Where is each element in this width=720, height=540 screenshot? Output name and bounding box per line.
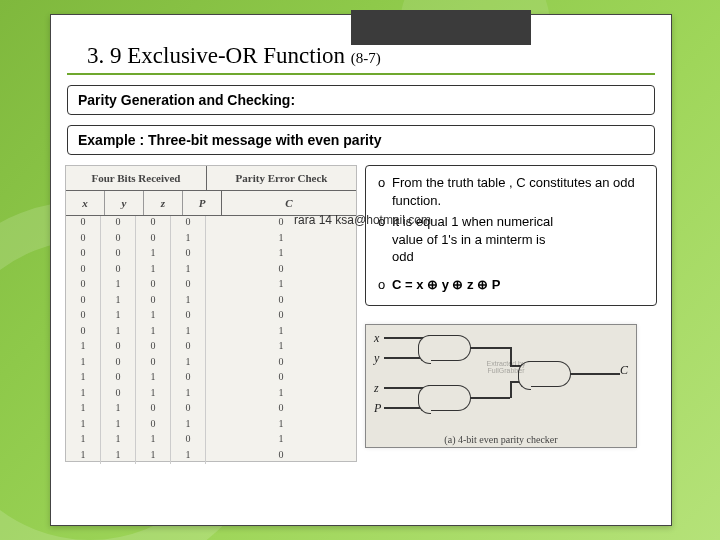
circuit-diagram: x y z P C Extracted by FullGr (365, 324, 637, 448)
email-overlay: rara 14 ksa@hotmail.com (294, 212, 431, 228)
title-sub: (8-7) (351, 50, 381, 66)
subtitle-2-text: Example : Three-bit message with even pa… (78, 132, 381, 148)
slide-card: 3. 9 Exclusive-OR Function (8-7) Parity … (50, 14, 672, 526)
circuit-label-z: z (374, 381, 379, 396)
table-row: 01010 (66, 294, 356, 310)
title-main: 3. 9 Exclusive-OR Function (87, 43, 345, 68)
table-row: 10010 (66, 356, 356, 372)
col-z: z (144, 191, 183, 215)
circuit-label-p: P (374, 401, 381, 416)
table-head-right: Parity Error Check (207, 166, 356, 190)
subtitle-box-2: Example : Three-bit message with even pa… (67, 125, 655, 155)
table-row: 11110 (66, 449, 356, 465)
xor-gate-3-icon (528, 361, 571, 387)
xor-gate-1-icon (428, 335, 471, 361)
bullet-3: C = x ⊕ y ⊕ z ⊕ P (392, 276, 650, 294)
subtitle-box-1: Parity Generation and Checking: (67, 85, 655, 115)
xor-gate-2-icon (428, 385, 471, 411)
table-row: 11101 (66, 433, 356, 449)
table-row: 11011 (66, 418, 356, 434)
subtitle-1-text: Parity Generation and Checking: (78, 92, 295, 108)
table-row: 10001 (66, 340, 356, 356)
circuit-label-y: y (374, 351, 379, 366)
col-x: x (66, 191, 105, 215)
table-row: 00011 (66, 232, 356, 248)
branding-watermark: Extracted by FullGrabber (481, 360, 531, 374)
circuit-label-x: x (374, 331, 379, 346)
table-body: 0000000011001010011001001010100110001111… (66, 216, 356, 464)
table-row: 11000 (66, 402, 356, 418)
col-y: y (105, 191, 144, 215)
table-row: 00110 (66, 263, 356, 279)
col-p: P (183, 191, 222, 215)
circuit-caption: (a) 4-bit even parity checker (366, 434, 636, 445)
table-row: 10100 (66, 371, 356, 387)
info-box: From the truth table , C constitutes an … (365, 165, 657, 306)
table-row: 00101 (66, 247, 356, 263)
circuit-label-c: C (620, 363, 628, 378)
bullet-1: From the truth table , C constitutes an … (392, 174, 650, 209)
truth-table: Four Bits Received Parity Error Check x … (65, 165, 357, 462)
decorative-header-bar (351, 10, 531, 45)
table-row: 01111 (66, 325, 356, 341)
table-head-left: Four Bits Received (66, 166, 207, 190)
table-row: 10111 (66, 387, 356, 403)
table-row: 01100 (66, 309, 356, 325)
table-row: 01001 (66, 278, 356, 294)
